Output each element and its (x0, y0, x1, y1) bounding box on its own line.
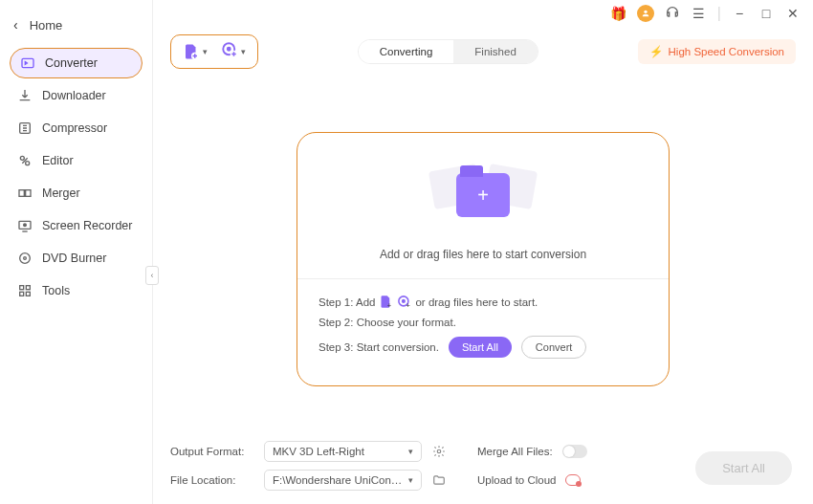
dropzone-text: Add or drag files here to start conversi… (380, 248, 586, 261)
sidebar-item-label: Screen Recorder (42, 219, 133, 232)
add-file-icon (183, 43, 200, 60)
open-folder-icon[interactable] (431, 472, 447, 488)
sidebar-item-label: Compressor (42, 121, 107, 135)
sidebar-item-merger[interactable]: Merger (10, 178, 143, 208)
add-dvd-button[interactable]: ▾ (221, 41, 246, 62)
dropzone-steps: Step 1: Add + + or drag files here to st… (297, 279, 669, 359)
close-button[interactable]: ✕ (784, 6, 802, 21)
file-location-select[interactable]: F:\Wondershare UniConverter 1 ▾ (264, 470, 422, 491)
sidebar-item-compressor[interactable]: Compressor (10, 113, 143, 143)
compressor-icon (17, 121, 33, 136)
step-2: Step 2: Choose your format. (319, 317, 648, 328)
svg-point-8 (20, 253, 31, 264)
step1-prefix: Step 1: Add (319, 296, 375, 308)
merge-label: Merge All Files: (477, 446, 553, 457)
sidebar-item-tools[interactable]: Tools (10, 275, 143, 306)
add-file-button[interactable]: ▾ (183, 41, 208, 62)
svg-rect-11 (26, 286, 30, 290)
screen-recorder-icon (17, 218, 33, 233)
downloader-icon (17, 88, 33, 103)
chevron-down-icon: ▾ (203, 47, 208, 56)
minimize-button[interactable]: − (731, 6, 748, 21)
add-buttons-group: ▾ ▾ (170, 34, 258, 69)
svg-point-7 (24, 224, 27, 227)
svg-rect-10 (20, 286, 24, 290)
avatar-icon[interactable] (637, 5, 654, 22)
output-format-select[interactable]: MKV 3D Left-Right ▾ (264, 441, 422, 462)
svg-point-21 (403, 300, 406, 303)
svg-rect-13 (26, 292, 30, 296)
high-speed-conversion[interactable]: ⚡ High Speed Conversion (638, 39, 796, 64)
dropzone[interactable]: + Add or drag files here to start conver… (297, 132, 670, 386)
sidebar-item-converter[interactable]: Converter (10, 48, 143, 78)
svg-point-3 (26, 162, 30, 165)
file-location-value: F:\Wondershare UniConverter 1 (273, 474, 406, 486)
maximize-button[interactable]: □ (758, 6, 775, 21)
tools-icon (17, 283, 33, 298)
topbar: ▾ ▾ Converting Finished ⚡ High Speed Con… (153, 27, 813, 78)
svg-point-17 (228, 48, 231, 51)
sidebar-item-label: DVD Burner (42, 252, 106, 265)
svg-point-23 (437, 449, 441, 453)
step3-text: Step 3: Start conversion. (319, 341, 439, 353)
add-dvd-icon: + (397, 295, 411, 309)
svg-rect-12 (20, 292, 24, 296)
sidebar-item-label: Editor (42, 154, 74, 167)
plus-icon: + (477, 185, 489, 207)
add-dvd-icon (221, 41, 238, 62)
merge-toggle[interactable] (562, 445, 587, 458)
content: + Add or drag files here to start conver… (153, 78, 813, 431)
folder-illustration: + (426, 160, 540, 234)
start-all-example-button[interactable]: Start All (449, 337, 512, 358)
step-1: Step 1: Add + + or drag files here to st… (319, 295, 648, 309)
high-speed-label: High Speed Conversion (669, 46, 784, 57)
merger-icon (17, 186, 33, 201)
chevron-down-icon: ▾ (408, 447, 413, 456)
sidebar-item-label: Downloader (42, 89, 106, 102)
step1-suffix: or drag files here to start. (415, 296, 538, 308)
chevron-left-icon: ‹ (13, 17, 18, 33)
sidebar-item-dvd-burner[interactable]: DVD Burner (10, 243, 143, 274)
convert-example-button[interactable]: Convert (521, 336, 587, 359)
sidebar-item-label: Merger (42, 186, 80, 200)
sidebar-item-label: Converter (45, 56, 98, 70)
back-home[interactable]: ‹ Home (10, 17, 143, 33)
file-location-label: File Location: (170, 474, 254, 486)
svg-text:+: + (406, 301, 411, 309)
converter-icon (20, 55, 35, 71)
lightning-icon: ⚡ (649, 45, 663, 58)
sidebar-item-downloader[interactable]: Downloader (10, 80, 143, 111)
output-format-value: MKV 3D Left-Right (273, 446, 364, 457)
gift-icon[interactable]: 🎁 (610, 6, 627, 21)
sidebar-item-editor[interactable]: Editor (10, 145, 143, 176)
sidebar: ‹ Home Converter Downloader Compressor E… (0, 0, 153, 504)
step-3: Step 3: Start conversion. Start All Conv… (319, 336, 648, 359)
sidebar-item-label: Tools (42, 284, 70, 297)
start-all-button[interactable]: Start All (695, 451, 792, 485)
upload-cloud-label: Upload to Cloud (477, 474, 556, 486)
tab-finished[interactable]: Finished (453, 40, 537, 63)
support-icon[interactable] (664, 5, 681, 23)
chevron-down-icon: ▾ (241, 47, 246, 56)
sidebar-item-screen-recorder[interactable]: Screen Recorder (10, 210, 143, 241)
titlebar: 🎁 ☰ | − □ ✕ (153, 0, 813, 27)
home-label: Home (30, 18, 63, 33)
svg-point-2 (20, 156, 24, 160)
editor-icon (17, 153, 33, 168)
collapse-sidebar-handle[interactable]: ‹ (145, 266, 159, 285)
output-format-label: Output Format: (170, 446, 254, 457)
svg-rect-4 (19, 190, 24, 197)
bottombar: Output Format: MKV 3D Left-Right ▾ Merge… (153, 431, 813, 504)
cloud-status-icon[interactable] (565, 474, 581, 486)
main-area: 🎁 ☰ | − □ ✕ ▾ ▾ Converting Fi (153, 0, 813, 504)
tab-converting[interactable]: Converting (359, 40, 454, 63)
chevron-down-icon: ▾ (408, 475, 413, 485)
dropzone-top: + Add or drag files here to start conver… (297, 160, 669, 279)
tabs: Converting Finished (358, 39, 538, 64)
svg-point-14 (644, 11, 647, 13)
svg-point-9 (24, 257, 27, 260)
menu-icon[interactable]: ☰ (691, 6, 708, 21)
settings-icon[interactable] (431, 444, 447, 459)
svg-text:+: + (387, 301, 392, 309)
add-file-icon: + (379, 295, 393, 309)
